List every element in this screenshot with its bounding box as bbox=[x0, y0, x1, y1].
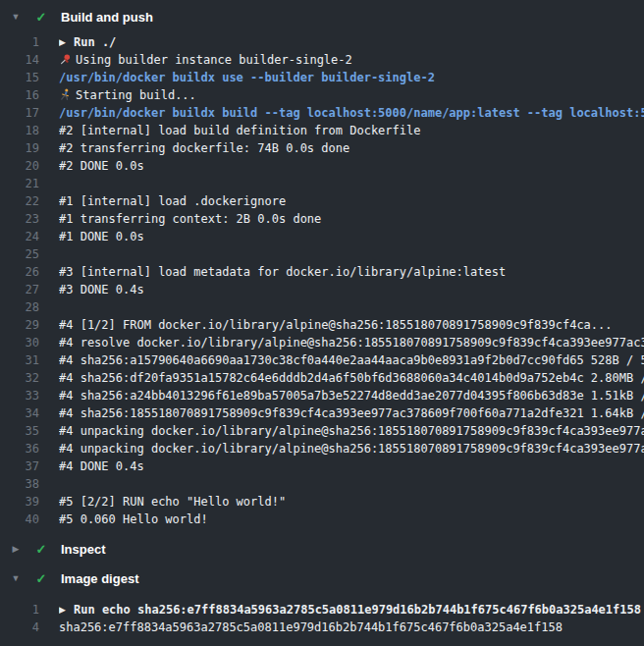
line-text: #4 unpacking docker.io/library/alpine@sh… bbox=[59, 422, 644, 440]
step-header-build-and-push[interactable]: ▼ ✓ Build and push bbox=[0, 6, 644, 27]
chevron-right-icon[interactable]: ▶ bbox=[8, 544, 24, 554]
log-line[interactable]: 22#1 [internal] load .dockerignore bbox=[0, 192, 644, 210]
log-line[interactable]: 27#3 DONE 0.4s bbox=[0, 281, 644, 298]
log-line[interactable]: 26#3 [internal] load metadata for docker… bbox=[0, 263, 644, 281]
check-icon: ✓ bbox=[33, 542, 49, 557]
log-section-inspect: ▶ ✓ Inspect bbox=[0, 538, 644, 560]
line-number[interactable]: 36 bbox=[0, 440, 39, 458]
line-number[interactable]: 23 bbox=[0, 210, 39, 228]
check-icon: ✓ bbox=[33, 10, 49, 25]
line-number[interactable]: 32 bbox=[0, 369, 39, 387]
step-title: Image digest bbox=[61, 571, 138, 586]
line-number[interactable]: 17 bbox=[0, 104, 39, 122]
line-number[interactable]: 1 bbox=[0, 601, 39, 619]
log-line[interactable]: 15/usr/bin/docker buildx use --builder b… bbox=[0, 69, 644, 86]
log-line[interactable]: 23#1 transferring context: 2B 0.0s done bbox=[0, 210, 644, 228]
step-header-inspect[interactable]: ▶ ✓ Inspect bbox=[0, 538, 644, 560]
log-line[interactable]: 35#4 unpacking docker.io/library/alpine@… bbox=[0, 422, 644, 440]
line-number[interactable]: 25 bbox=[0, 245, 39, 263]
line-number[interactable]: 19 bbox=[0, 139, 39, 157]
step-title: Build and push bbox=[61, 10, 153, 25]
line-number[interactable]: 33 bbox=[0, 387, 39, 404]
line-text bbox=[59, 245, 644, 263]
log-line[interactable]: 21 bbox=[0, 175, 644, 192]
run-expander-icon[interactable]: ▶ bbox=[59, 33, 74, 51]
line-text: #3 [internal] load metadata for docker.i… bbox=[59, 263, 644, 281]
chevron-down-icon[interactable]: ▼ bbox=[8, 12, 24, 22]
log-line[interactable]: 36#4 unpacking docker.io/library/alpine@… bbox=[0, 440, 644, 458]
line-number[interactable]: 4 bbox=[0, 619, 39, 636]
line-number[interactable]: 35 bbox=[0, 422, 39, 440]
line-text: #2 DONE 0.0s bbox=[59, 157, 644, 175]
log-line[interactable]: 18#2 [internal] load build definition fr… bbox=[0, 122, 644, 139]
line-number[interactable]: 26 bbox=[0, 263, 39, 281]
step-header-image-digest[interactable]: ▼ ✓ Image digest bbox=[0, 567, 644, 589]
line-text: #3 DONE 0.4s bbox=[59, 281, 644, 298]
log-lines-image-digest: 1▶Run echo sha256:e7ff8834a5963a2785c5a0… bbox=[0, 601, 644, 636]
line-text: #5 [2/2] RUN echo "Hello world!" bbox=[59, 493, 644, 511]
line-number[interactable]: 27 bbox=[0, 281, 39, 298]
line-text: #5 0.060 Hello world! bbox=[59, 511, 644, 528]
line-text: #1 transferring context: 2B 0.0s done bbox=[59, 210, 644, 228]
line-number[interactable]: 22 bbox=[0, 192, 39, 210]
pin-icon bbox=[59, 51, 76, 69]
log-line[interactable]: 31#4 sha256:a15790640a6690aa1730c38cf0a4… bbox=[0, 351, 644, 369]
line-number[interactable]: 15 bbox=[0, 69, 39, 86]
log-line[interactable]: 20#2 DONE 0.0s bbox=[0, 157, 644, 175]
line-number[interactable]: 30 bbox=[0, 334, 39, 351]
line-number[interactable]: 34 bbox=[0, 404, 39, 422]
line-text bbox=[59, 175, 644, 192]
log-line[interactable]: 37#4 DONE 0.4s bbox=[0, 458, 644, 475]
run-expander-icon[interactable]: ▶ bbox=[59, 601, 74, 619]
line-text: #1 DONE 0.0s bbox=[59, 228, 644, 245]
log-line[interactable]: 4sha256:e7ff8834a5963a2785c5a0811e979d16… bbox=[0, 619, 644, 636]
actions-log-viewer: ▼ ✓ Build and push 1▶Run ./14Using build… bbox=[0, 0, 644, 646]
log-line[interactable]: 39#5 [2/2] RUN echo "Hello world!" bbox=[0, 493, 644, 511]
log-lines-build-and-push: 1▶Run ./14Using builder instance builder… bbox=[0, 33, 644, 528]
line-number[interactable]: 18 bbox=[0, 122, 39, 139]
line-text: #4 sha256:185518070891758909c9f839cf4ca3… bbox=[59, 404, 644, 422]
log-line[interactable]: 1▶Run echo sha256:e7ff8834a5963a2785c5a0… bbox=[0, 601, 644, 619]
log-line[interactable]: 17/usr/bin/docker buildx build --tag loc… bbox=[0, 104, 644, 122]
line-text: #4 unpacking docker.io/library/alpine@sh… bbox=[59, 440, 644, 458]
log-section-image-digest: ▼ ✓ Image digest 1▶Run echo sha256:e7ff8… bbox=[0, 567, 644, 636]
line-number[interactable]: 24 bbox=[0, 228, 39, 245]
log-line[interactable]: 28 bbox=[0, 298, 644, 316]
log-line[interactable]: 14Using builder instance builder-single-… bbox=[0, 51, 644, 69]
line-number[interactable]: 20 bbox=[0, 157, 39, 175]
line-text: #4 DONE 0.4s bbox=[59, 458, 644, 475]
line-text: sha256:e7ff8834a5963a2785c5a0811e979d16b… bbox=[59, 619, 644, 636]
log-line[interactable]: 19#2 transferring dockerfile: 74B 0.0s d… bbox=[0, 139, 644, 157]
line-text: #4 resolve docker.io/library/alpine@sha2… bbox=[59, 334, 644, 351]
line-number[interactable]: 37 bbox=[0, 458, 39, 475]
chevron-down-icon[interactable]: ▼ bbox=[8, 573, 24, 583]
log-line[interactable]: 29#4 [1/2] FROM docker.io/library/alpine… bbox=[0, 316, 644, 334]
log-line[interactable]: 34#4 sha256:185518070891758909c9f839cf4c… bbox=[0, 404, 644, 422]
line-text: #4 [1/2] FROM docker.io/library/alpine@s… bbox=[59, 316, 644, 334]
log-line[interactable]: 38 bbox=[0, 475, 644, 493]
step-title: Inspect bbox=[61, 542, 106, 557]
line-number[interactable]: 21 bbox=[0, 175, 39, 192]
line-text: ▶Run echo sha256:e7ff8834a5963a2785c5a08… bbox=[59, 601, 644, 619]
log-line[interactable]: 25 bbox=[0, 245, 644, 263]
check-icon: ✓ bbox=[33, 571, 49, 586]
line-number[interactable]: 38 bbox=[0, 475, 39, 493]
line-number[interactable]: 28 bbox=[0, 298, 39, 316]
line-number[interactable]: 16 bbox=[0, 86, 39, 104]
log-line[interactable]: 32#4 sha256:df20fa9351a15782c64e6dddb2d4… bbox=[0, 369, 644, 387]
line-number[interactable]: 31 bbox=[0, 351, 39, 369]
line-number[interactable]: 40 bbox=[0, 511, 39, 528]
line-number[interactable]: 39 bbox=[0, 493, 39, 511]
log-line[interactable]: 1▶Run ./ bbox=[0, 33, 644, 51]
line-number[interactable]: 29 bbox=[0, 316, 39, 334]
line-number[interactable]: 14 bbox=[0, 51, 39, 69]
log-line[interactable]: 40#5 0.060 Hello world! bbox=[0, 511, 644, 528]
log-line[interactable]: 33#4 sha256:a24bb4013296f61e89ba57005a7b… bbox=[0, 387, 644, 404]
line-number[interactable]: 1 bbox=[0, 33, 39, 51]
log-line[interactable]: 24#1 DONE 0.0s bbox=[0, 228, 644, 245]
line-text: #4 sha256:a15790640a6690aa1730c38cf0a440… bbox=[59, 351, 644, 369]
log-line[interactable]: 30#4 resolve docker.io/library/alpine@sh… bbox=[0, 334, 644, 351]
log-line[interactable]: 16Starting build... bbox=[0, 86, 644, 104]
line-text: Using builder instance builder-single-2 bbox=[59, 51, 644, 69]
line-text: /usr/bin/docker buildx use --builder bui… bbox=[59, 69, 644, 86]
